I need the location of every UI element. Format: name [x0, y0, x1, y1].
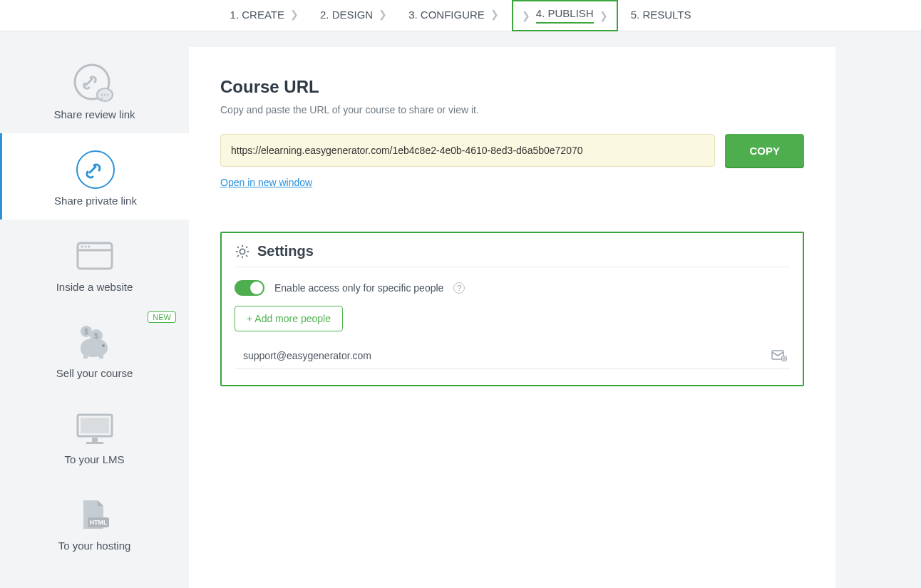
- svg-rect-18: [92, 438, 98, 442]
- enable-access-toggle[interactable]: [235, 280, 264, 296]
- stepper-bar: 1. CREATE ❯ 2. DESIGN ❯ 3. CONFIGURE ❯ ❯…: [0, 0, 921, 31]
- step-publish[interactable]: ❯ 4. PUBLISH ❯: [512, 0, 618, 31]
- step-results[interactable]: 5. RESULTS: [622, 0, 700, 31]
- settings-title: Settings: [257, 243, 314, 259]
- sidebar: Share review link Share private link Ins…: [0, 31, 189, 588]
- svg-rect-19: [86, 442, 103, 444]
- sidebar-item-label: To your LMS: [64, 453, 124, 465]
- open-in-new-window-link[interactable]: Open in new window: [220, 177, 312, 188]
- svg-point-10: [88, 246, 90, 248]
- chevron-right-icon: ❯: [490, 9, 499, 20]
- mail-settings-icon[interactable]: [771, 350, 787, 361]
- svg-point-9: [84, 246, 86, 248]
- link-icon: [9, 149, 182, 190]
- svg-point-2: [101, 94, 102, 96]
- chevron-right-icon: ❯: [522, 10, 530, 21]
- sidebar-item-share-private-link[interactable]: Share private link: [0, 133, 189, 220]
- svg-rect-17: [81, 418, 109, 433]
- content-panel: Course URL Copy and paste the URL of you…: [189, 47, 835, 588]
- chevron-right-icon: ❯: [290, 9, 299, 20]
- step-label: 3. CONFIGURE: [408, 9, 485, 21]
- link-comment-icon: [7, 63, 182, 104]
- svg-point-15: [102, 344, 105, 347]
- step-label: 4. PUBLISH: [536, 7, 594, 24]
- help-icon[interactable]: ?: [453, 282, 465, 294]
- gear-icon: [235, 244, 250, 259]
- toggle-label: Enable access only for specific people: [274, 282, 443, 294]
- step-label: 2. DESIGN: [320, 9, 373, 21]
- sidebar-item-label: Share review link: [53, 108, 135, 120]
- step-create[interactable]: 1. CREATE ❯: [222, 0, 307, 31]
- svg-point-8: [81, 246, 83, 248]
- sidebar-item-label: To your hosting: [58, 540, 131, 552]
- sidebar-item-to-hosting[interactable]: HTML To your hosting: [0, 478, 189, 564]
- svg-point-4: [106, 94, 108, 96]
- page-title: Course URL: [220, 77, 804, 97]
- step-design[interactable]: 2. DESIGN ❯: [312, 0, 396, 31]
- step-label: 1. CREATE: [230, 9, 284, 21]
- browser-window-icon: [7, 235, 182, 277]
- monitor-icon: [7, 408, 182, 449]
- step-configure[interactable]: 3. CONFIGURE ❯: [400, 0, 508, 31]
- html-file-icon: HTML: [7, 494, 182, 535]
- sidebar-item-inside-website[interactable]: Inside a website: [0, 220, 189, 306]
- page-subtitle: Copy and paste the URL of your course to…: [220, 104, 804, 115]
- course-url-input[interactable]: [220, 134, 715, 167]
- svg-text:HTML: HTML: [89, 519, 107, 526]
- svg-point-5: [77, 151, 114, 188]
- settings-panel: Settings Enable access only for specific…: [220, 232, 804, 386]
- sidebar-item-sell-course[interactable]: NEW $ $ Sell your course: [0, 306, 189, 392]
- sidebar-item-share-review-link[interactable]: Share review link: [0, 47, 189, 133]
- chevron-right-icon: ❯: [379, 9, 387, 20]
- chevron-right-icon: ❯: [600, 10, 608, 21]
- piggy-bank-icon: $ $: [7, 321, 182, 363]
- sidebar-item-label: Sell your course: [56, 367, 133, 379]
- add-more-people-button[interactable]: + Add more people: [235, 306, 343, 331]
- person-email: support@easygenerator.com: [243, 350, 371, 361]
- sidebar-item-label: Share private link: [54, 195, 137, 207]
- sidebar-item-label: Inside a website: [56, 281, 133, 293]
- svg-point-3: [103, 94, 105, 96]
- sidebar-item-to-lms[interactable]: To your LMS: [0, 392, 189, 478]
- step-label: 5. RESULTS: [631, 9, 691, 21]
- people-list-item: support@easygenerator.com: [235, 343, 790, 369]
- new-badge: NEW: [148, 311, 176, 323]
- copy-button[interactable]: COPY: [725, 134, 804, 167]
- svg-text:$: $: [84, 328, 88, 336]
